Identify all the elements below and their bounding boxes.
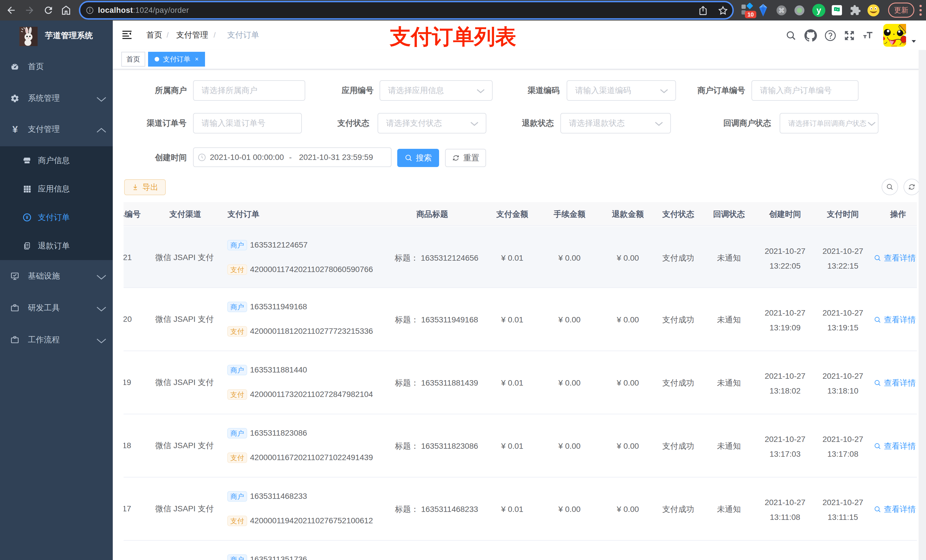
svg-text:y: y: [816, 5, 821, 15]
svg-text:10: 10: [747, 11, 754, 18]
svg-text:⌘: ⌘: [778, 7, 785, 14]
svg-text:¥: ¥: [26, 215, 28, 220]
